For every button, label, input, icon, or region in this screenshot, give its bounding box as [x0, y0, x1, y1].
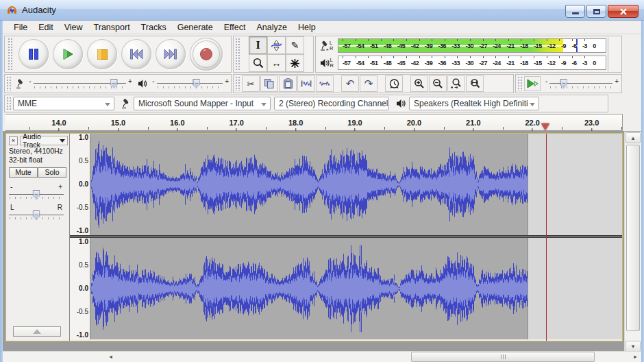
sync-lock-tracks-button[interactable] [385, 75, 403, 92]
horizontal-scrollbar-thumb[interactable] [411, 352, 595, 362]
silence-audio-button[interactable] [316, 75, 334, 92]
undo-button[interactable]: ↶ [341, 75, 359, 92]
timeline-half-tick [503, 127, 504, 130]
audio-host-dropdown[interactable]: MME [13, 97, 114, 110]
trim-audio-button[interactable] [297, 75, 315, 92]
horizontal-scrollbar[interactable]: ◂ ▸ [3, 351, 641, 362]
menu-item[interactable]: View [59, 21, 88, 34]
multi-tool-icon [290, 58, 300, 69]
pan-slider[interactable] [9, 210, 64, 220]
skip-to-end-button[interactable] [156, 39, 186, 69]
menu-item[interactable]: Analyze [251, 21, 293, 34]
recording-channels-dropdown[interactable]: 2 (Stereo) Recording Channels [274, 97, 389, 110]
stop-button[interactable] [87, 39, 117, 69]
selection-tool-button[interactable]: I [249, 36, 267, 54]
gain-max-label: + [58, 183, 62, 189]
menu-item[interactable]: Tracks [136, 21, 172, 34]
toolbar-grabber[interactable] [235, 38, 240, 71]
maximize-button[interactable] [586, 5, 606, 18]
playback-meter[interactable]: L R -57-54-51-48-45-42-39-36-33-30-27-24… [317, 54, 620, 71]
arrow-left-icon: ◂ [109, 354, 112, 360]
toolbar-grabber[interactable] [6, 76, 11, 91]
meter-scale-label: -42 [411, 43, 419, 49]
device-toolbar: MME Microsoft Sound Mapper - Input 2 (St… [4, 95, 608, 112]
meter-resizer[interactable] [608, 54, 620, 71]
mute-button[interactable]: Mute [9, 167, 38, 178]
close-button[interactable] [608, 5, 639, 18]
recording-meter[interactable]: L R -57-54-51-48-45-42-39-36-33-30-27-24… [317, 37, 620, 54]
minimize-button[interactable] [565, 5, 585, 18]
timeline-tick: 14.0 [51, 116, 66, 132]
vertical-ruler[interactable]: 1.00.50.0-0.5-1.0 [70, 238, 90, 339]
meter-scale-label: -33 [452, 60, 460, 67]
arrow-up-icon: ▴ [632, 135, 635, 141]
chevron-down-icon [530, 103, 535, 106]
playback-meter-scale: -57-54-51-48-45-42-39-36-33-30-27-24-21-… [338, 56, 606, 69]
zoom-in-button[interactable] [410, 75, 428, 92]
track-close-button[interactable]: × [9, 136, 18, 145]
waveform-right[interactable] [90, 238, 622, 339]
playback-meter-bar[interactable]: -57-54-51-48-45-42-39-36-33-30-27-24-21-… [338, 56, 606, 70]
toolbar-grabber[interactable] [235, 76, 240, 91]
input-slider-max-label: + [126, 77, 134, 85]
paste-button[interactable] [279, 75, 297, 92]
playback-speed-slider[interactable] [549, 78, 612, 89]
solo-button[interactable]: Solo [38, 167, 66, 178]
envelope-tool-button[interactable] [267, 36, 286, 54]
recording-device-dropdown[interactable]: Microsoft Sound Mapper - Input [134, 97, 271, 110]
skip-to-start-button[interactable] [121, 39, 151, 69]
track-area-background[interactable]: × Audio Track Stereo, 44100Hz 32-bit flo… [3, 131, 641, 351]
menu-item[interactable]: Edit [33, 21, 59, 34]
scroll-up-button[interactable]: ▴ [626, 132, 641, 143]
pause-button[interactable] [18, 39, 49, 69]
microphone-icon [121, 98, 130, 109]
recording-meter-bar[interactable]: -57-54-51-48-45-42-39-36-33-30-27-24-21-… [338, 38, 606, 53]
menu-item[interactable]: Generate [172, 21, 219, 34]
playback-device-dropdown[interactable]: Speakers (Realtek High Definiti [409, 97, 539, 110]
vertical-scrollbar-thumb[interactable] [626, 145, 640, 331]
meter-scale-label: -39 [425, 60, 433, 67]
skip-to-end-icon [164, 49, 177, 60]
recording-channels-value: 2 (Stereo) Recording Channels [279, 99, 389, 108]
draw-tool-button[interactable]: ✎ [286, 36, 304, 54]
input-slider-min-label: - [27, 77, 33, 85]
vertical-ruler[interactable]: 1.00.50.0-0.5-1.0 [70, 134, 90, 235]
timeline-ruler[interactable]: 14.015.016.017.018.019.020.021.022.023.0 [5, 114, 623, 131]
track-collapse-button[interactable] [13, 326, 61, 337]
meter-resizer[interactable] [608, 37, 620, 54]
fit-selection-button[interactable] [447, 75, 465, 92]
play-button[interactable] [53, 39, 83, 69]
scroll-right-button[interactable]: ▸ [630, 352, 641, 362]
scroll-left-button[interactable]: ◂ [105, 352, 116, 362]
time-shift-tool-button[interactable]: ↔ [267, 54, 286, 72]
multi-tool-button[interactable] [286, 54, 304, 72]
titlebar[interactable]: Audacity [0, 0, 644, 21]
timeline-half-tick [207, 127, 208, 130]
menu-item[interactable]: File [8, 21, 33, 34]
output-volume-slider[interactable] [157, 78, 223, 89]
vertical-ruler-label: 0.5 [79, 262, 88, 269]
zoom-tool-button[interactable] [249, 54, 267, 72]
redo-button[interactable]: ↷ [360, 75, 377, 92]
toolbar-grabber[interactable] [6, 97, 11, 110]
scroll-down-button[interactable]: ▾ [626, 341, 641, 352]
track-menu-button[interactable]: Audio Track [20, 136, 68, 145]
menu-item[interactable]: Effect [219, 21, 251, 34]
copy-button[interactable] [260, 75, 278, 92]
cut-button[interactable]: ✂ [242, 75, 260, 92]
fit-project-button[interactable] [466, 75, 484, 92]
waveform-left[interactable] [90, 134, 622, 235]
record-button[interactable] [190, 38, 223, 71]
input-volume-slider[interactable] [34, 78, 126, 89]
play-at-speed-button[interactable] [524, 76, 541, 91]
menu-item[interactable]: Transport [88, 21, 136, 34]
toolbar-grabber[interactable] [517, 76, 522, 91]
channel-right: 1.00.50.0-0.5-1.0 [70, 238, 622, 339]
toolbar-grabber[interactable] [8, 38, 12, 71]
meter-scale-label: -6 [571, 60, 576, 67]
menu-item[interactable]: Help [293, 21, 321, 34]
zoom-out-button[interactable] [429, 75, 447, 92]
vertical-scrollbar[interactable]: ▴ ▾ [624, 132, 641, 352]
arrow-right-icon: ▸ [634, 354, 637, 360]
gain-slider[interactable] [9, 189, 64, 200]
